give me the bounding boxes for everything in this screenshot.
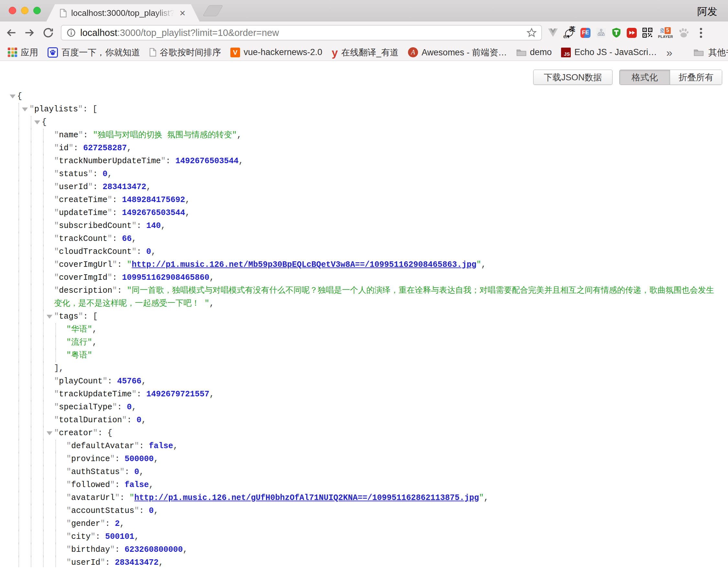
json-line: "coverImgUrl": "http://p1.music.126.net/…: [0, 258, 719, 271]
indent-guide: [18, 427, 19, 440]
bookmark-folder-demo[interactable]: demo: [516, 47, 552, 57]
url-text: localhost:3000/top_playlist?limit=10&ord…: [80, 28, 279, 38]
indent-guide: [43, 556, 44, 568]
indent-guide: [31, 349, 31, 362]
fast-forward-extension-icon[interactable]: [627, 28, 637, 38]
indent-guide: [55, 543, 56, 556]
indent-guide: [31, 556, 31, 568]
bookmark-star-icon[interactable]: [526, 28, 537, 38]
indent-guide: [43, 258, 44, 271]
baidu-paw-icon: [48, 47, 58, 58]
json-line: "name": "独唱与对唱的切换 氛围与情感的转变",: [0, 129, 719, 142]
minimize-window-button[interactable]: [21, 7, 28, 14]
close-window-button[interactable]: [9, 7, 16, 14]
indent-guide: [31, 466, 31, 479]
indent-guide: [18, 336, 19, 349]
fe-extension-icon[interactable]: FE: [580, 28, 590, 38]
indent-guide: [18, 103, 19, 116]
awesomes-icon: A: [408, 47, 418, 57]
bookmark-vue-hackernews[interactable]: V vue-hackernews-2.0: [230, 47, 322, 57]
json-line: "userId": 283413472,: [0, 181, 719, 194]
collapse-triangle-icon[interactable]: [47, 431, 52, 435]
other-bookmarks-label[interactable]: 其他书签: [708, 47, 728, 58]
vue-devtools-icon[interactable]: [548, 28, 558, 37]
profile-name[interactable]: 阿发: [697, 5, 717, 18]
forward-button[interactable]: [23, 27, 36, 39]
json-line: "createTime": 1489284175692,: [0, 194, 719, 206]
indent-guide: [43, 310, 44, 323]
bookmark-echojs[interactable]: JS Echo JS - JavaScri…: [561, 47, 657, 57]
apps-grid-icon: [8, 48, 17, 57]
bookmark-baidu[interactable]: 百度一下，你就知道: [48, 47, 140, 58]
browser-tab[interactable]: localhost:3000/top_playlist?lim ×: [46, 4, 200, 22]
indent-guide: [18, 271, 19, 284]
folder-icon: [516, 48, 526, 56]
json-line: "trackCount": 66,: [0, 232, 719, 245]
indent-guide: [43, 323, 44, 336]
indent-guide: [31, 336, 31, 349]
sitemap-extension-icon[interactable]: [596, 28, 606, 38]
collapse-triangle-icon[interactable]: [22, 107, 28, 111]
bookmark-google-sort[interactable]: 谷歌按时间排序: [149, 47, 221, 58]
indent-guide: [31, 453, 31, 466]
indent-guide: [55, 505, 56, 518]
indent-guide: [31, 414, 31, 427]
json-line: "totalDuration": 0,: [0, 414, 719, 427]
indent-guide: [18, 375, 19, 388]
download-json-button[interactable]: 下载JSON数据: [533, 70, 612, 85]
zoom-window-button[interactable]: [33, 7, 41, 14]
format-button[interactable]: 格式化: [620, 70, 670, 84]
indent-guide: [43, 362, 44, 375]
chrome-menu-icon[interactable]: [695, 27, 707, 39]
indent-guide: [43, 181, 44, 194]
indent-guide: [31, 284, 31, 310]
tab-close-icon[interactable]: ×: [180, 8, 185, 18]
json-viewer-controls: 下载JSON数据 格式化 折叠所有: [533, 70, 722, 85]
indent-guide: [43, 466, 44, 479]
indent-guide: [31, 245, 31, 258]
bookmark-youdao-translate[interactable]: y 在线翻译_有道: [332, 47, 399, 58]
indent-guide: [31, 116, 31, 129]
qr-code-extension-icon[interactable]: [642, 28, 653, 38]
window-titlebar: localhost:3000/top_playlist?lim × 阿发: [0, 0, 728, 21]
indent-guide: [55, 440, 56, 453]
indent-guide: [31, 543, 31, 556]
indent-guide: [31, 518, 31, 530]
page-info-icon[interactable]: [66, 28, 76, 38]
new-tab-button[interactable]: [203, 5, 223, 16]
tampermonkey-icon[interactable]: [612, 28, 621, 38]
indent-guide: [31, 375, 31, 388]
paw-extension-icon[interactable]: [678, 28, 689, 38]
back-button[interactable]: [5, 27, 17, 39]
indent-guide: [31, 492, 31, 505]
tab-title: localhost:3000/top_playlist?lim: [71, 8, 178, 18]
json-line: "followed": false,: [0, 479, 719, 492]
html5-player-extension-icon[interactable]: 5 PLAYER: [658, 27, 673, 39]
reload-button[interactable]: [42, 27, 54, 39]
indent-guide: [18, 414, 19, 427]
indent-guide: [18, 388, 19, 401]
address-bar[interactable]: localhost:3000/top_playlist?limit=10&ord…: [61, 25, 542, 40]
bookmarks-overflow-chevron[interactable]: »: [666, 47, 672, 58]
collapse-all-button[interactable]: 折叠所有: [670, 70, 722, 84]
collapse-triangle-icon[interactable]: [34, 120, 40, 124]
echojs-icon: JS: [561, 48, 571, 57]
indent-guide: [43, 414, 44, 427]
page-icon: [60, 9, 67, 17]
indent-guide: [55, 336, 56, 349]
json-line: "cloudTrackCount": 0,: [0, 245, 719, 258]
collapse-triangle-icon[interactable]: [10, 95, 16, 98]
json-line: "流行",: [0, 336, 719, 349]
bookmark-awesomes[interactable]: A Awesomes - 前端资…: [408, 47, 507, 58]
indent-guide: [18, 556, 19, 568]
collapse-triangle-icon[interactable]: [47, 315, 52, 319]
indent-guide: [55, 556, 56, 568]
json-link[interactable]: http://p1.music.126.net/gUfH0bhzOfAl71NU…: [134, 493, 479, 503]
translate-extension-icon[interactable]: 英 en: [563, 27, 575, 39]
json-link[interactable]: http://p1.music.126.net/Mb59p30BpEQLcBQe…: [132, 260, 476, 269]
indent-guide: [43, 375, 44, 388]
indent-guide: [31, 401, 31, 414]
indent-guide: [55, 453, 56, 466]
indent-guide: [31, 194, 31, 206]
bookmark-apps[interactable]: 应用: [8, 47, 38, 58]
